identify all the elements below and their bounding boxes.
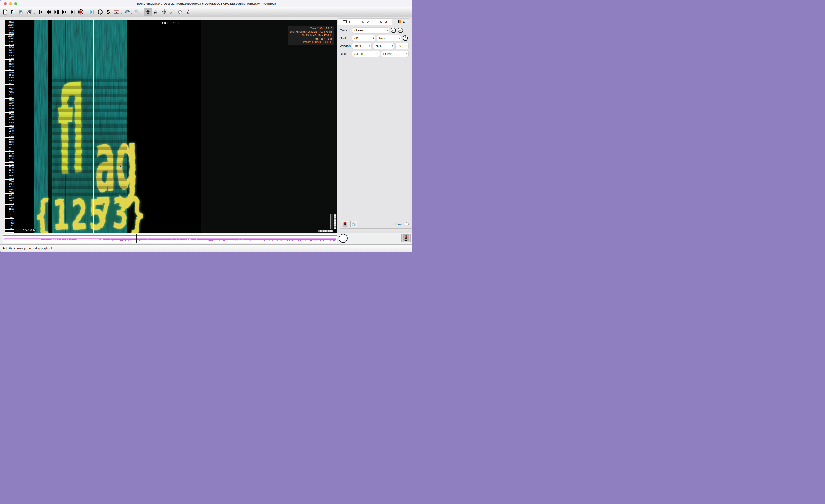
toolbar-separator	[34, 8, 36, 15]
color-select[interactable]: Green ▴▾	[353, 28, 389, 33]
freq-tick-label: 1022	[5, 211, 14, 213]
freq-tick-label: 4888	[5, 135, 14, 138]
freq-tick-label: 732	[5, 216, 14, 219]
skip-to-start-button[interactable]	[36, 8, 45, 16]
bins-select[interactable]: All Bins ▴▾	[353, 51, 380, 57]
tool-measure[interactable]	[184, 8, 192, 16]
save-as-button[interactable]	[25, 8, 33, 16]
new-file-icon	[2, 9, 8, 15]
undo-menu-chevron[interactable]: ∨	[131, 12, 132, 14]
tab-pane-4[interactable]: 4	[392, 19, 410, 25]
play-selection-button[interactable]	[88, 8, 96, 16]
tool-draw[interactable]	[168, 8, 176, 16]
scale-label: Scale	[340, 36, 351, 40]
freq-tick-label: 7902	[5, 76, 14, 79]
freq-tick-label: 4748	[5, 138, 14, 140]
record-button[interactable]	[77, 8, 85, 16]
threshold-knob[interactable]	[402, 35, 408, 41]
tab-pane-1[interactable]: 1	[338, 19, 356, 25]
gain-knob[interactable]	[398, 28, 403, 33]
normalization-select[interactable]: None ▴▾	[377, 35, 401, 41]
redo-menu-chevron[interactable]: ∨	[139, 12, 141, 14]
open-file-button[interactable]	[9, 8, 17, 16]
overview-playhead[interactable]	[136, 234, 137, 243]
overview-row	[0, 233, 412, 244]
tool-navigate[interactable]	[144, 8, 152, 16]
freq-tick-label: 5609	[5, 121, 14, 124]
status-text: Solo the current pane during playback	[2, 247, 53, 250]
mouse-cursor	[120, 166, 121, 167]
spectrogram-icon	[398, 20, 401, 23]
play-selection-icon	[89, 9, 95, 15]
freq-tick-label: 5038	[5, 132, 14, 135]
freq-tick-label: 5178	[5, 129, 14, 132]
fast-forward-button[interactable]	[61, 8, 69, 16]
oversampling-select[interactable]: 2x ▴▾	[396, 43, 408, 49]
pane-tabs: 1 2 3 4	[338, 18, 410, 25]
zoom-reset-button[interactable]	[333, 230, 336, 233]
redo-button[interactable]	[132, 8, 140, 16]
freq-tick-label: 8613	[5, 62, 14, 65]
align-button[interactable]	[112, 8, 120, 16]
freq-tick-label: 7041	[5, 93, 14, 96]
vertical-range-indicator	[330, 214, 333, 229]
spectrogram-art: fl ag {125 73} ag {125 73}	[14, 20, 336, 233]
frequency-axis[interactable]: 1076610626104861033510195100569905976596…	[5, 20, 14, 233]
show-toggle-led[interactable]	[405, 222, 408, 226]
new-file-button[interactable]	[1, 8, 9, 16]
playback-speed-knob[interactable]	[339, 234, 348, 243]
speaker-icon	[351, 222, 356, 227]
bin-display-select[interactable]: Linear ▴▾	[381, 51, 408, 57]
tool-select[interactable]	[152, 8, 160, 16]
loop-icon	[97, 9, 103, 15]
freq-tick-label: 10056	[5, 34, 14, 37]
horizontal-zoom-wheel[interactable]	[318, 230, 333, 233]
bin-info-overlay: Time: 2.664 - 2.710 Bin Frequency: 3542.…	[288, 26, 334, 45]
spectrogram-pane[interactable]: fl ag {125 73} ag {125 73} 4.138 912	[14, 20, 336, 233]
select-arrow-icon	[153, 9, 159, 15]
freq-tick-label: 10626	[5, 23, 14, 26]
solo-button[interactable]: S	[104, 8, 112, 16]
measure-compass-icon	[185, 9, 191, 15]
scale-select[interactable]: dB ▴▾	[353, 35, 375, 41]
tab-pane-3[interactable]: 3	[374, 19, 392, 25]
play-pause-icon	[54, 9, 60, 15]
freq-tick-label: 8333	[5, 68, 14, 71]
rewind-button[interactable]	[45, 8, 53, 16]
freq-tick-label: 9474	[5, 46, 14, 48]
freq-tick-label: 6901	[5, 96, 14, 98]
freq-tick-label: 4317	[5, 146, 14, 149]
freq-tick-label: 4026	[5, 152, 14, 154]
info-phase: Phase: 1.28703 - 1.61946	[290, 40, 332, 44]
play-pause-button[interactable]	[53, 8, 61, 16]
window-overlap-select[interactable]: 75 % ▴▾	[373, 43, 394, 49]
panes-icon	[343, 20, 347, 23]
align-icon	[113, 9, 119, 15]
toolbar-separator	[121, 8, 123, 15]
freq-tick-label: 3316	[5, 166, 14, 168]
freq-tick-label: 4608	[5, 140, 14, 143]
freq-tick-label: 1302	[5, 204, 14, 207]
tab-label: 1	[349, 20, 350, 24]
tab-label: 2	[367, 20, 369, 24]
window-size-select[interactable]: 1024 ▴▾	[353, 43, 371, 49]
skip-to-end-button[interactable]	[69, 8, 77, 16]
level-meter-button[interactable]	[342, 221, 348, 227]
app-window: Sonic Visualiser: /Users/zhaoqi219/Code/…	[0, 0, 412, 252]
freq-tick-label: 5318	[5, 127, 14, 129]
color-rotation-knob[interactable]	[391, 28, 396, 33]
tool-edit[interactable]	[160, 8, 168, 16]
constrain-loop-button[interactable]	[96, 8, 104, 16]
undo-button[interactable]	[123, 8, 132, 16]
save-button[interactable]	[17, 8, 25, 16]
vertical-zoom-wheel[interactable]	[333, 214, 336, 229]
freq-tick-label: 10766	[5, 20, 14, 23]
freq-tick-label: 9625	[5, 43, 14, 46]
freq-tick-label: 10486	[5, 26, 14, 29]
skip-to-start-icon	[38, 9, 43, 15]
tool-erase[interactable]	[176, 8, 184, 16]
mute-button[interactable]	[350, 221, 357, 227]
tab-pane-2[interactable]: 2	[356, 19, 374, 25]
overview-panner[interactable]	[3, 234, 337, 243]
freq-tick-label: 6319	[5, 107, 14, 110]
